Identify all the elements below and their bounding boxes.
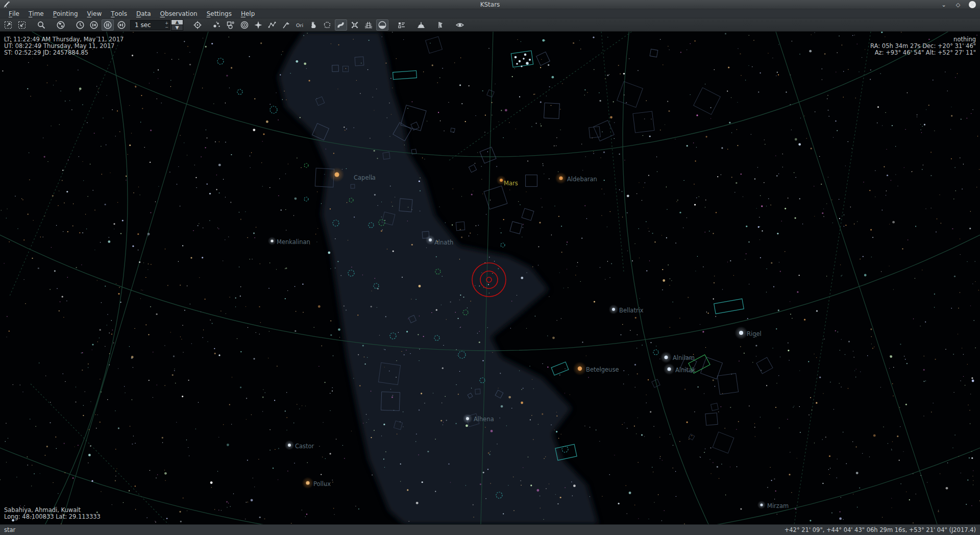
menu-view[interactable]: View [83,9,107,18]
time-step-back-button[interactable] [88,19,100,31]
timestep-plus-minus[interactable]: +− [165,20,168,31]
toggle-name-abbrev-button[interactable]: Ori [293,19,306,31]
dso-square-symbol [526,175,537,187]
grid-meridian-line [61,32,208,524]
star-label-alnath: Alnath [434,239,453,246]
pleiades-star [521,65,522,67]
bright-star[interactable] [612,308,615,311]
toggle-supernovae-button[interactable] [252,19,264,31]
dso-square-symbol [480,147,496,163]
window-title: KStars [480,1,500,8]
menu-time[interactable]: Time [24,9,48,18]
set-time-button[interactable] [74,19,86,31]
toggle-constellation-names-button[interactable] [280,19,292,31]
dso-square-symbol [522,208,534,221]
menu-data[interactable]: Data [132,9,156,18]
dso-square-symbol [469,164,476,172]
set-location-button[interactable] [55,19,67,31]
timestep-up-icon[interactable]: ▲ [171,19,183,25]
dso-square-symbol [589,127,601,138]
whats-interesting-button[interactable] [454,19,466,31]
bright-star[interactable] [288,444,291,447]
star-label-pollux: Pollux [313,480,331,488]
globe-icon [56,20,65,30]
toggle-solar-system-button[interactable] [238,19,251,31]
toggle-stars-button[interactable] [211,19,223,31]
bright-star[interactable] [668,368,671,371]
title-bar: KStars ⌄ ◇ ✕ [0,0,980,9]
focus-object-button[interactable] [191,19,204,31]
menu-observation[interactable]: Observation [156,9,202,18]
dso-square-symbol [487,90,494,97]
star-label-alhena: Alhena [474,416,494,423]
constellation-boundary-line [794,32,871,524]
constellation-boundary-line [449,32,639,160]
toggle-constellation-lines-button[interactable] [266,19,278,31]
minimize-icon[interactable]: ⌄ [940,1,947,8]
bright-star[interactable] [665,356,668,359]
time-pause-button[interactable] [102,19,114,31]
bright-star[interactable] [739,331,743,335]
bright-star[interactable] [760,503,763,506]
toggle-deep-sky-button[interactable] [225,19,237,31]
toggle-constellation-art-button[interactable] [307,19,320,31]
bright-star[interactable] [500,179,503,182]
menu-file[interactable]: File [4,9,24,18]
open-cluster-symbol [501,243,505,247]
toggle-milky-way-button[interactable] [335,19,347,31]
svg-text:Ori: Ori [296,22,303,28]
pleiades-star [529,59,531,61]
bright-star[interactable] [578,367,582,371]
toolbar: 1 sec+−▲▼Ori [0,18,980,32]
sky-map[interactable]: LT: 11:22:49 AM Thursday, May 11, 2017UT… [0,32,980,524]
toggle-ground-button[interactable] [376,19,388,31]
close-icon[interactable]: ✕ [969,1,976,8]
zoom-out-button[interactable] [16,19,28,31]
bright-star[interactable] [335,173,339,177]
time-step-forward-button[interactable] [115,19,128,31]
constellation-boundary-line [601,32,624,272]
menu-pointing[interactable]: Pointing [48,9,83,18]
dso-square-symbol [694,88,721,115]
menu-help[interactable]: Help [236,9,259,18]
zoom-out-icon [17,20,27,30]
horizontal-grid-arc [623,32,980,524]
menu-tools[interactable]: Tools [106,9,132,18]
kstars-app-icon [3,1,10,8]
bright-star[interactable] [306,481,309,484]
observation-planner-button[interactable] [396,19,408,31]
bright-star[interactable] [429,238,432,241]
obs-list-icon [397,20,406,30]
stars-icon [212,20,222,30]
dso-square-symbol [510,222,522,234]
open-cluster-symbol [304,197,308,201]
dso-box-symbol [393,70,417,79]
supernova-icon [254,20,263,30]
menu-settings[interactable]: Settings [202,9,236,18]
grid-meridian-line [776,32,937,524]
toggle-constellation-boundaries-button[interactable] [321,19,333,31]
dso-square-symbol [717,373,738,394]
bright-star[interactable] [559,176,562,180]
location-info-overlay: Sabahiya, Ahmadi, KuwaitLong: 48.100833 … [4,507,101,520]
toggle-equatorial-grid-button[interactable] [349,19,361,31]
dome-icon [416,20,426,30]
timestep-spinbox[interactable]: 1 sec+−▲▼ [130,19,183,31]
starfield-svg[interactable]: CapellaMenkalinanAlnathAldebaranBellatri… [0,32,980,524]
toggle-horizontal-grid-button[interactable] [362,19,375,31]
timestep-value[interactable]: 1 sec+− [130,20,170,30]
observatory-button[interactable] [415,19,427,31]
bright-star[interactable] [271,239,273,242]
zoom-in-button[interactable] [2,19,14,31]
dso-square-symbol [484,186,507,209]
find-object-button[interactable] [35,19,47,31]
milky-way-band [278,32,598,524]
flags-button[interactable] [434,19,447,31]
timestep-down-icon[interactable]: ▼ [171,25,183,31]
pleiades-star [523,58,524,59]
star-label-betelgeuse: Betelgeuse [586,366,619,373]
bright-star[interactable] [466,417,469,420]
solar-system-icon [240,20,249,30]
boundaries-icon [323,20,332,30]
maximize-icon[interactable]: ◇ [954,1,962,8]
